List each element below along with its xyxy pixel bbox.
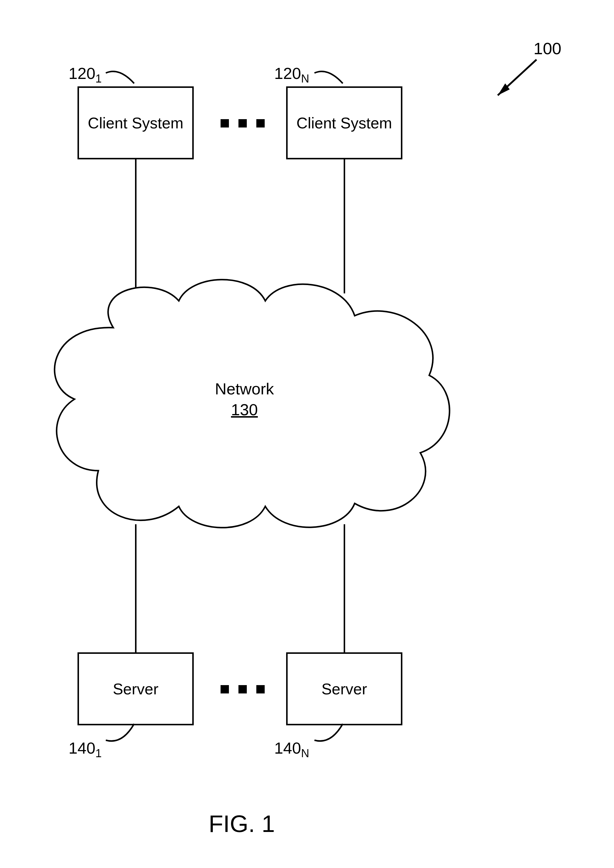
server-box-left: Server xyxy=(78,653,194,725)
server-right-ref-sub: N xyxy=(301,747,309,760)
client-left-ref-num: 120 xyxy=(68,64,95,82)
servers-ellipsis xyxy=(221,685,265,693)
client-system-box-right: Client System xyxy=(286,86,403,160)
server-right-leader xyxy=(313,721,349,748)
clients-ellipsis xyxy=(221,119,265,127)
server-right-label: Server xyxy=(321,680,367,698)
figure-ref-arrow xyxy=(489,57,542,104)
conn-server-right xyxy=(344,524,345,653)
figure-page: 100 1201 120N Client System Client Syste… xyxy=(0,0,614,868)
client-left-ref: 1201 xyxy=(68,64,102,85)
client-right-ref: 120N xyxy=(274,64,309,85)
conn-server-left xyxy=(135,524,137,653)
server-left-ref-num: 140 xyxy=(68,739,95,757)
network-ref: 130 xyxy=(215,399,274,420)
client-left-label: Client System xyxy=(88,114,183,132)
client-right-label: Client System xyxy=(297,114,392,132)
network-label-block: Network 130 xyxy=(215,378,274,420)
figure-ref-text: 100 xyxy=(533,39,561,58)
figure-ref-label: 100 xyxy=(533,39,561,58)
client-right-ref-num: 120 xyxy=(274,64,301,82)
server-left-ref: 1401 xyxy=(68,739,102,760)
client-right-leader xyxy=(313,67,349,88)
server-left-label: Server xyxy=(113,680,158,698)
server-box-right: Server xyxy=(286,653,403,725)
server-left-ref-sub: 1 xyxy=(95,747,102,760)
server-left-leader xyxy=(104,721,140,748)
client-left-leader xyxy=(104,67,140,88)
client-left-ref-sub: 1 xyxy=(95,72,102,85)
client-system-box-left: Client System xyxy=(78,86,194,160)
figure-caption-text: FIG. 1 xyxy=(209,811,275,837)
server-right-ref-num: 140 xyxy=(274,739,301,757)
figure-caption: FIG. 1 xyxy=(209,810,275,838)
network-label: Network xyxy=(215,378,274,399)
server-right-ref: 140N xyxy=(274,739,309,760)
client-right-ref-sub: N xyxy=(301,72,309,85)
